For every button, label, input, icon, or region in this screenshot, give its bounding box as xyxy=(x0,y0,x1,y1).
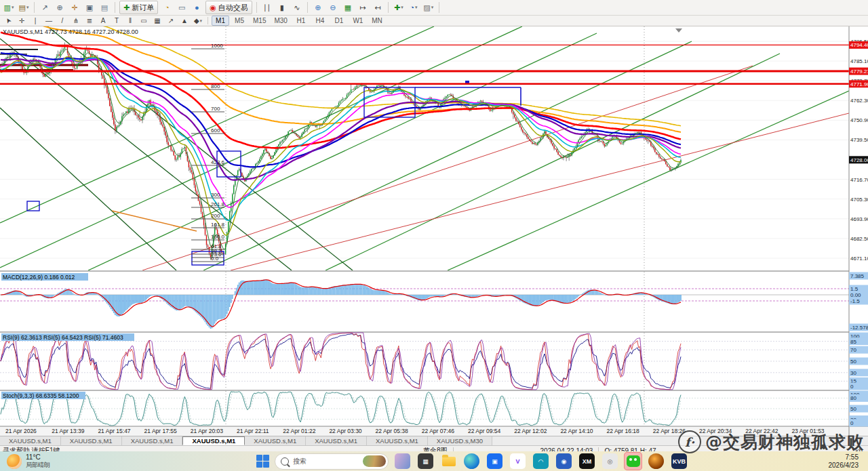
svg-text:4779.21: 4779.21 xyxy=(850,68,868,75)
chart-shift-button[interactable]: ↗ xyxy=(38,1,52,14)
gallery-icon[interactable]: ▦ xyxy=(416,452,435,470)
timeframe-m30-button[interactable]: M30 xyxy=(271,16,290,26)
rectangle-tool[interactable]: ▭ xyxy=(138,16,150,26)
svg-text:1000: 1000 xyxy=(211,43,223,49)
chart-tab-5[interactable]: XAUUSD.s,M1 xyxy=(306,436,367,445)
tile-windows-button[interactable]: ▦ xyxy=(341,1,355,14)
autoscroll-button[interactable]: ↦ xyxy=(356,1,370,14)
timeframe-m1-button[interactable]: M1 xyxy=(212,16,229,26)
chart-area[interactable]: 1000800700600423.6300261.8200161.8100.06… xyxy=(0,26,868,436)
svg-text:21 Apr 2026: 21 Apr 2026 xyxy=(5,428,37,434)
svg-text:300: 300 xyxy=(211,192,220,198)
svg-text:30: 30 xyxy=(850,370,856,376)
cycle-lines-tool[interactable]: ‖ xyxy=(124,16,136,26)
pan-button[interactable]: ✛ xyxy=(68,1,81,14)
store-icon[interactable]: ▣ xyxy=(486,452,504,470)
hline-tool[interactable]: — xyxy=(43,16,55,26)
screenshot-thumb-icon[interactable] xyxy=(393,452,412,470)
svg-text:85: 85 xyxy=(850,339,856,345)
timeframe-h4-button[interactable]: H4 xyxy=(311,16,329,26)
svg-text:21 Apr 15:47: 21 Apr 15:47 xyxy=(98,428,130,434)
svg-text:261.8: 261.8 xyxy=(211,201,225,207)
cursor-tool[interactable]: ➤ xyxy=(2,16,14,26)
search-daily-image xyxy=(363,455,386,467)
toolbar-drawing: ➤✛|—/⋔≣AT‖▭▦↗▲◆▾M1M5M15M30H1H4D1W1MN xyxy=(0,16,868,26)
svg-text:MACD(12,26,9) 0.186 0.012: MACD(12,26,9) 0.186 0.012 xyxy=(3,274,75,281)
timeframe-d1-button[interactable]: D1 xyxy=(330,16,348,26)
start-button[interactable] xyxy=(256,455,270,468)
arrow-line-tool[interactable]: ↗ xyxy=(165,16,177,26)
v-app-icon[interactable]: V xyxy=(509,452,527,470)
pattern-tool[interactable]: ▦ xyxy=(151,16,163,26)
chart-tab-0[interactable]: XAUUSD.s,M1 xyxy=(0,436,61,445)
teal-app-icon[interactable]: ◠ xyxy=(532,452,550,470)
print-button[interactable]: ▭ xyxy=(175,1,189,14)
timeframe-mn-button[interactable]: MN xyxy=(368,16,386,26)
fibonacci-tool[interactable]: ≣ xyxy=(83,16,96,26)
autotrade-button[interactable]: ◉自动交易 xyxy=(205,1,252,14)
timeframe-h1-button[interactable]: H1 xyxy=(292,16,310,26)
edge-icon[interactable] xyxy=(462,452,481,470)
chart-tab-7[interactable]: XAUUSD.s,M30 xyxy=(428,436,492,445)
weather-widget[interactable]: 11°C 局部晴朗 xyxy=(0,454,108,469)
chart-tab-2[interactable]: XAUUSD.s,M1 xyxy=(122,436,183,445)
profiles-button[interactable]: ▤▾ xyxy=(17,1,31,14)
price-chart[interactable]: 1000800700600423.6300261.8200161.8100.06… xyxy=(0,26,868,436)
shapes-tool[interactable]: ◆▾ xyxy=(192,16,204,26)
chart-tab-3[interactable]: XAUUSD.s,M1 xyxy=(182,436,245,445)
crosshair-tool[interactable]: ✛ xyxy=(16,16,28,26)
bars-button[interactable]: ∣∣ xyxy=(260,1,274,14)
label-tool[interactable]: T xyxy=(111,16,123,26)
ring-app-icon[interactable]: ◎ xyxy=(601,452,619,470)
timeframe-w1-button[interactable]: W1 xyxy=(349,16,367,26)
toolbar-main: ▥▾▤▾↗⊕✛▣▤✚新订单◔▭●◉自动交易∣∣▮∿⊕⊖▦↦↤✚▾◔▾▨▾ xyxy=(0,0,868,16)
timeframe-m5-button[interactable]: M5 xyxy=(231,16,248,26)
indicators-button[interactable]: ✚▾ xyxy=(392,1,406,14)
clock-time: 7:55 xyxy=(846,453,859,461)
channel-tool[interactable]: ⋔ xyxy=(70,16,82,26)
chart-tab-6[interactable]: XAUUSD.s,M1 xyxy=(367,436,428,445)
svg-text:0: 0 xyxy=(850,420,854,426)
weather-icon xyxy=(7,454,22,469)
globe-button[interactable]: ● xyxy=(190,1,203,14)
file-explorer-icon[interactable] xyxy=(439,452,458,470)
chart-shift-end-button[interactable]: ↤ xyxy=(371,1,384,14)
text-tool[interactable]: A xyxy=(97,16,109,26)
svg-text:4794.40: 4794.40 xyxy=(850,42,868,48)
new-chart-button[interactable]: ▥▾ xyxy=(2,1,16,14)
kvb-icon[interactable]: KVB xyxy=(670,452,688,470)
zoom-out-button[interactable]: ⊖ xyxy=(326,1,340,14)
svg-text:XAUUSD.s,M1 4727.73 4728.16 47: XAUUSD.s,M1 4727.73 4728.16 4727.20 4728… xyxy=(3,28,138,35)
triangle-tool[interactable]: ▲ xyxy=(178,16,191,26)
tray-app-icon[interactable] xyxy=(647,452,665,470)
taskbar-search-input[interactable]: 搜索 xyxy=(275,453,389,470)
line-chart-button[interactable]: ∿ xyxy=(290,1,304,14)
svg-text:21 Apr 22:11: 21 Apr 22:11 xyxy=(237,428,269,434)
timeframe-m15-button[interactable]: M15 xyxy=(250,16,269,26)
wechat-icon[interactable] xyxy=(624,452,642,470)
svg-text:4739.50: 4739.50 xyxy=(850,137,868,143)
svg-text:0: 0 xyxy=(850,384,854,390)
preview-button[interactable]: ▤ xyxy=(98,1,111,14)
zoom-in-button[interactable]: ⊕ xyxy=(311,1,325,14)
crosshair-button[interactable]: ⊕ xyxy=(53,1,66,14)
search-icon xyxy=(281,457,289,466)
window-button[interactable]: ▣ xyxy=(83,1,96,14)
xm-app-icon[interactable]: XM xyxy=(578,452,596,470)
chart-tab-1[interactable]: XAUUSD.s,M1 xyxy=(61,436,122,445)
vline-tool[interactable]: | xyxy=(29,16,41,26)
period-button[interactable]: ◔▾ xyxy=(407,1,420,14)
taskbar-clock[interactable]: 7:55 2026/4/23 xyxy=(829,453,868,469)
chart-tab-4[interactable]: XAUUSD.s,M1 xyxy=(245,436,306,445)
autotrade-label: 自动交易 xyxy=(218,3,248,13)
svg-text:-12.578: -12.578 xyxy=(850,325,868,331)
templates-button[interactable]: ▨▾ xyxy=(422,1,435,14)
candles-button[interactable]: ▮ xyxy=(275,1,289,14)
bell-button[interactable]: ◔ xyxy=(160,1,174,14)
photo-app-icon[interactable]: ◉ xyxy=(555,452,573,470)
weather-temp: 11°C xyxy=(26,453,41,461)
new-order-button[interactable]: ✚新订单 xyxy=(119,1,158,14)
search-placeholder: 搜索 xyxy=(293,457,307,466)
trendline-tool[interactable]: / xyxy=(56,16,68,26)
svg-text:600: 600 xyxy=(211,127,220,134)
